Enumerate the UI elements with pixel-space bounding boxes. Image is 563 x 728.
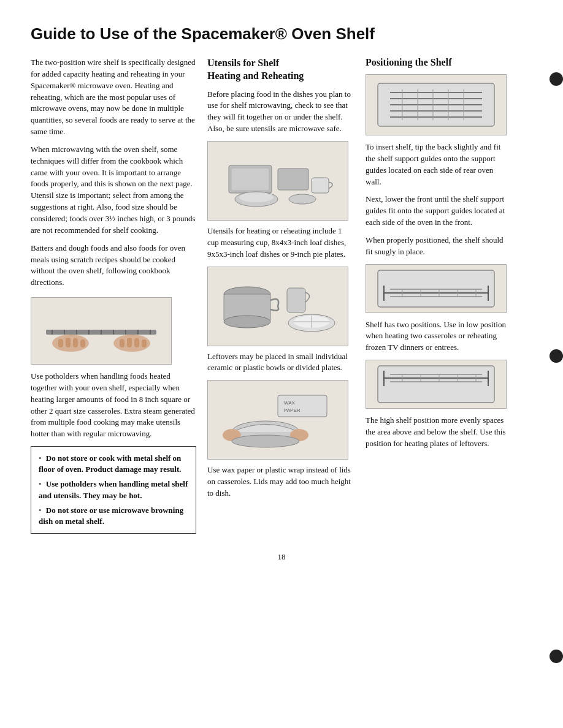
utensil-caption-3: Use wax paper or plastic wrap instead of…	[207, 464, 354, 499]
utensil-svg-1	[216, 147, 339, 214]
page-circle-3	[550, 650, 563, 663]
svg-rect-15	[80, 339, 85, 347]
bullet-1: •	[39, 453, 42, 463]
warning-item-2: • Use potholders when handling metal she…	[39, 479, 188, 501]
right-para2: Next, lower the front until the shelf su…	[366, 194, 507, 229]
page-circle-2	[550, 349, 563, 363]
heading-line2: Heating and Reheating	[207, 70, 354, 83]
svg-rect-14	[73, 338, 78, 347]
positioning-svg-2	[372, 267, 500, 310]
utensil-image-3: WAX PAPER	[207, 380, 348, 460]
svg-rect-23	[312, 178, 329, 193]
svg-rect-18	[134, 338, 139, 347]
utensil-caption-1: Utensils for heating or reheating includ…	[207, 226, 354, 260]
svg-rect-64	[378, 366, 494, 403]
svg-rect-21	[232, 169, 269, 190]
bullet-2: •	[39, 479, 42, 488]
main-layout: The two-position wire shelf is specifica…	[31, 57, 532, 534]
svg-point-25	[239, 192, 274, 202]
right-para4: Shelf has two positions. Use in low posi…	[366, 319, 507, 354]
right-shelf-image-1	[366, 74, 507, 135]
right-column: Positioning the Shelf	[366, 57, 532, 534]
page-circle-1	[550, 72, 563, 86]
page-number: 18	[31, 552, 532, 562]
svg-rect-13	[66, 338, 71, 347]
potholders-text: Use potholders when handling foods heate…	[31, 371, 196, 440]
utensil-image-1	[207, 141, 348, 221]
svg-rect-12	[58, 339, 63, 347]
left-para2: When microwaving with the oven shelf, so…	[31, 144, 196, 237]
heading-line1: Utensils for Shelf	[207, 57, 354, 70]
warning-item-1: • Do not store or cook with metal shelf …	[39, 453, 188, 475]
positioning-svg-3	[372, 363, 500, 406]
svg-text:WAX: WAX	[284, 400, 296, 406]
utensil-svg-2	[216, 273, 339, 340]
utensil-svg-3: WAX PAPER	[216, 386, 339, 453]
svg-rect-16	[120, 339, 124, 347]
middle-heading: Utensils for Shelf Heating and Reheating	[207, 57, 354, 83]
positioning-svg-1	[372, 77, 500, 132]
svg-rect-35	[278, 395, 327, 417]
svg-rect-30	[287, 288, 305, 313]
bullet-3: •	[39, 506, 42, 515]
svg-rect-17	[127, 338, 132, 347]
utensil-image-2	[207, 267, 348, 346]
utensil-caption-2: Leftovers may be placed in small individ…	[207, 351, 354, 374]
left-column: The two-position wire shelf is specifica…	[31, 57, 196, 534]
middle-intro: Before placing food in the dishes you pl…	[207, 89, 354, 135]
right-para1: To insert shelf, tip the back slightly a…	[366, 142, 507, 188]
warning-item-3: • Do not store or use microwave browning…	[39, 505, 188, 527]
right-shelf-image-2	[366, 264, 507, 313]
svg-rect-22	[278, 169, 308, 190]
warning-box: • Do not store or cook with metal shelf …	[31, 446, 196, 534]
page-title: Guide to Use of the Spacemaker® Oven She…	[31, 25, 532, 44]
svg-point-26	[289, 194, 316, 204]
svg-rect-53	[378, 270, 494, 307]
left-para1: The two-position wire shelf is specifica…	[31, 57, 196, 138]
svg-point-29	[224, 316, 270, 328]
right-para5: The high shelf position more evenly spac…	[366, 415, 507, 450]
svg-point-41	[232, 435, 299, 447]
middle-column: Utensils for Shelf Heating and Reheating…	[207, 57, 354, 534]
left-para3: Batters and dough foods and also foods f…	[31, 243, 196, 289]
shelf-image-1	[31, 297, 172, 365]
shelf-illustration-1	[40, 305, 163, 357]
page: Guide to Use of the Spacemaker® Oven She…	[0, 0, 563, 728]
right-para3: When properly positioned, the shelf shou…	[366, 235, 507, 258]
right-shelf-image-3	[366, 360, 507, 409]
svg-rect-19	[142, 339, 147, 347]
svg-text:PAPER: PAPER	[284, 408, 301, 413]
positioning-heading: Positioning the Shelf	[366, 57, 532, 68]
